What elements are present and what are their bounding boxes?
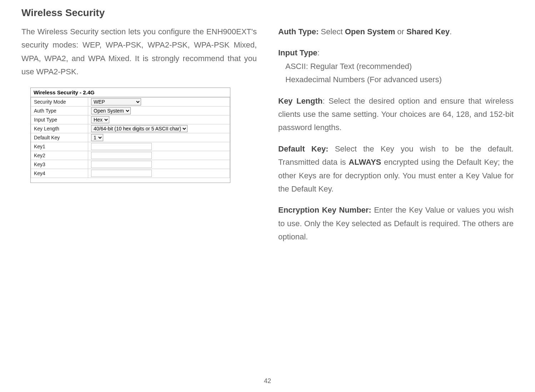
left-column: The Wireless Security section lets you c…	[21, 25, 257, 251]
label-input-type: Input Type	[31, 115, 88, 124]
encryption-key-heading: Encryption Key Number:	[278, 205, 374, 214]
open-system-term: Open System	[345, 27, 395, 36]
label-security-mode: Security Mode	[31, 97, 88, 106]
input-type-ascii: ASCII: Regular Text (recommended)	[278, 60, 514, 73]
key-length-heading: Key Length	[278, 96, 322, 105]
config-table: Security Mode WEP Auth Type Open System	[31, 97, 230, 183]
security-mode-select[interactable]: WEP	[91, 98, 141, 105]
label-auth-type: Auth Type	[31, 106, 88, 115]
input-type-heading: Input Type	[278, 48, 318, 57]
key4-input[interactable]	[91, 170, 152, 177]
encryption-key-paragraph: Encryption Key Number: Enter the Key Val…	[278, 203, 514, 243]
label-key2: Key2	[31, 151, 88, 160]
label-default-key: Default Key	[31, 133, 88, 142]
row-auth-type: Auth Type Open System	[31, 106, 230, 115]
wireless-security-panel: Wireless Security - 2.4G Security Mode W…	[30, 88, 230, 183]
page-title: Wireless Security	[21, 7, 514, 19]
row-default-key: Default Key 1	[31, 133, 230, 142]
right-column: Auth Type: Select Open System or Shared …	[278, 25, 514, 251]
page-number: 42	[264, 377, 271, 385]
row-key-length: Key Length 40/64-bit (10 hex digits or 5…	[31, 124, 230, 133]
panel-header: Wireless Security - 2.4G	[31, 88, 230, 97]
key2-input[interactable]	[91, 152, 152, 159]
label-key1: Key1	[31, 142, 88, 151]
label-key-length: Key Length	[31, 124, 88, 133]
row-key2: Key2	[31, 151, 230, 160]
auth-type-or: or	[395, 27, 406, 36]
auth-type-period: .	[450, 27, 452, 36]
row-key4: Key4	[31, 169, 230, 178]
label-key4: Key4	[31, 169, 88, 178]
key-length-paragraph: Key Length: Select the desired option an…	[278, 94, 514, 134]
key3-input[interactable]	[91, 161, 152, 168]
input-type-hex: Hexadecimal Numbers (For advanced users)	[278, 73, 514, 86]
key1-input[interactable]	[91, 143, 152, 150]
auth-type-text: Select	[321, 27, 345, 36]
input-type-select[interactable]: Hex	[91, 116, 109, 123]
row-input-type: Input Type Hex	[31, 115, 230, 124]
row-key3: Key3	[31, 160, 230, 169]
input-type-block: Input Type: ASCII: Regular Text (recomme…	[278, 46, 514, 86]
label-key3: Key3	[31, 160, 88, 169]
content-columns: The Wireless Security section lets you c…	[21, 25, 514, 251]
auth-type-heading: Auth Type:	[278, 27, 321, 36]
auth-type-paragraph: Auth Type: Select Open System or Shared …	[278, 25, 514, 38]
default-key-heading: Default Key:	[278, 144, 335, 153]
shared-key-term: Shared Key	[406, 27, 450, 36]
auth-type-select[interactable]: Open System	[91, 107, 131, 114]
default-key-select[interactable]: 1	[91, 134, 103, 141]
default-key-paragraph: Default Key: Select the Key you wish to …	[278, 142, 514, 196]
key-length-select[interactable]: 40/64-bit (10 hex digits or 5 ASCII char…	[91, 125, 188, 132]
lead-paragraph: The Wireless Security section lets you c…	[21, 25, 257, 79]
row-security-mode: Security Mode WEP	[31, 97, 230, 106]
input-type-colon: :	[318, 48, 320, 57]
always-term: ALWAYS	[349, 158, 381, 167]
row-key1: Key1	[31, 142, 230, 151]
